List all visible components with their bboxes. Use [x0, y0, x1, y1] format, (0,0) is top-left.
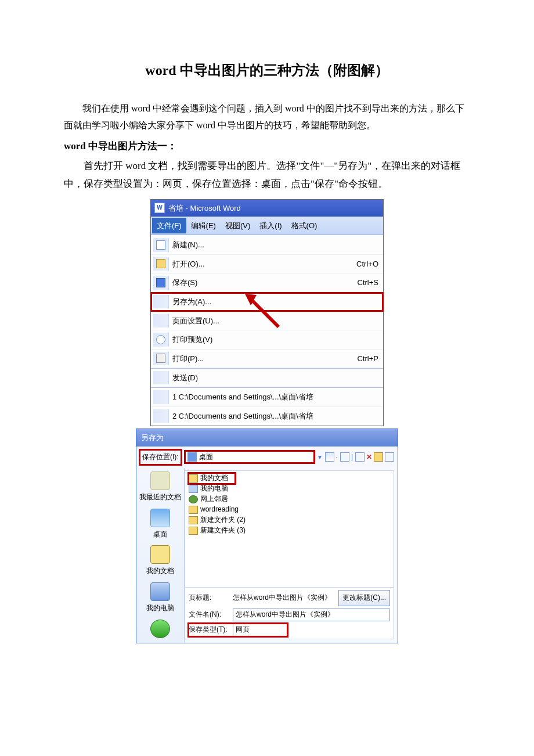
- menu-insert[interactable]: 插入(I): [255, 218, 286, 233]
- filetype-combobox[interactable]: 网页: [233, 624, 287, 636]
- places-bar: 我最近的文档 桌面 我的文档 我的电脑: [136, 468, 185, 642]
- menu-item-label: 保存(S): [172, 276, 358, 289]
- place-recent[interactable]: 我最近的文档: [139, 471, 181, 504]
- save-location-value: 桌面: [199, 451, 213, 464]
- window-titlebar: W 省培 - Microsoft Word: [151, 200, 383, 217]
- menu-view[interactable]: 视图(V): [221, 218, 255, 233]
- section-1-body: 首先打开 word 文档，找到需要导出的图片。选择"文件"—"另存为"，在弹出来…: [64, 157, 470, 193]
- printer-icon: [156, 354, 165, 363]
- file-list-item[interactable]: 我的文档: [189, 473, 235, 484]
- menu-item-send[interactable]: 发送(D): [151, 368, 383, 387]
- place-label: 桌面: [153, 528, 167, 541]
- folder-icon: [189, 516, 198, 524]
- menu-item-label: 打开(O)...: [172, 257, 356, 271]
- menu-file[interactable]: 文件(F): [152, 218, 186, 233]
- file-list-pane: 我的文档 我的电脑 网上邻居 wordreading: [185, 470, 394, 639]
- save-location-row: 保存位置(I): 桌面 ▾ · | ✕: [136, 447, 398, 469]
- section-1-heading: word 中导出图片方法一：: [64, 138, 470, 156]
- word-app-icon: W: [154, 203, 165, 213]
- new-folder-icon[interactable]: [374, 452, 383, 462]
- separator: |: [351, 451, 353, 464]
- shortcut-label: Ctrl+P: [358, 352, 378, 365]
- my-computer-icon: [150, 582, 170, 601]
- save-location-combobox[interactable]: 桌面: [185, 451, 315, 463]
- desktop-place-icon: [150, 509, 170, 527]
- window-title-text: 省培 - Microsoft Word: [168, 201, 241, 215]
- filename-value: 怎样从word中导出图片《实例》: [236, 609, 334, 621]
- file-list-item[interactable]: 新建文件夹 (3): [189, 525, 390, 536]
- menu-item-label: 打印预览(V): [172, 333, 378, 346]
- preview-lens-icon: [156, 335, 165, 344]
- change-title-button[interactable]: 更改标题(C)...: [338, 590, 390, 606]
- save-disk-icon: [156, 278, 165, 287]
- menu-item-label: 打印(P)...: [172, 352, 358, 365]
- folder-icon: [189, 527, 198, 535]
- place-documents[interactable]: 我的文档: [139, 545, 181, 578]
- menu-item-label: 另存为(A)...: [172, 295, 378, 308]
- place-desktop[interactable]: 桌面: [139, 509, 181, 541]
- filename-label: 文件名(N):: [189, 609, 229, 621]
- place-label: 我最近的文档: [139, 491, 181, 504]
- network-icon: [189, 495, 198, 503]
- article-title: word 中导出图片的三种方法（附图解）: [64, 58, 470, 83]
- recent-docs-icon: [150, 471, 170, 490]
- menu-item-recent-2[interactable]: 2 C:\Documents and Settings\...\桌面\省培: [151, 407, 383, 426]
- file-menu-dropdown: 新建(N)... 打开(O)... Ctrl+O 保存(S) Ctrl+S 另存…: [151, 235, 383, 426]
- network-places-icon: [150, 620, 170, 638]
- save-as-dialog-screenshot: 另存为 保存位置(I): 桌面 ▾ · | ✕: [136, 429, 398, 643]
- menu-item-label: 2 C:\Documents and Settings\...\桌面\省培: [172, 409, 378, 423]
- menu-item-print[interactable]: 打印(P)... Ctrl+P: [151, 350, 383, 368]
- menubar: 文件(F) 编辑(E) 视图(V) 插入(I) 格式(O): [151, 217, 383, 235]
- place-my-computer[interactable]: 我的电脑: [139, 582, 181, 615]
- desktop-icon: [187, 452, 197, 462]
- menu-edit[interactable]: 编辑(E): [186, 218, 221, 233]
- menu-item-open[interactable]: 打开(O)... Ctrl+O: [151, 255, 383, 273]
- word-file-menu-screenshot: W 省培 - Microsoft Word 文件(F) 编辑(E) 视图(V) …: [150, 199, 384, 427]
- search-icon[interactable]: [355, 452, 365, 462]
- back-icon[interactable]: [325, 452, 334, 462]
- menu-item-label: 1 C:\Documents and Settings\...\桌面\省培: [172, 390, 378, 404]
- dropdown-arrow-icon[interactable]: ▾: [318, 451, 322, 464]
- menu-item-recent-1[interactable]: 1 C:\Documents and Settings\...\桌面\省培: [151, 387, 383, 406]
- menu-item-save[interactable]: 保存(S) Ctrl+S: [151, 273, 383, 292]
- save-location-label: 保存位置(I):: [142, 453, 179, 461]
- menu-item-new[interactable]: 新建(N)...: [151, 236, 383, 254]
- open-folder-icon: [156, 259, 165, 268]
- menu-item-print-preview[interactable]: 打印预览(V): [151, 330, 383, 349]
- up-folder-icon[interactable]: [340, 452, 349, 462]
- views-icon[interactable]: [385, 452, 394, 462]
- menu-item-label: 发送(D): [172, 371, 378, 384]
- menu-format[interactable]: 格式(O): [287, 218, 322, 233]
- shortcut-label: Ctrl+S: [358, 276, 378, 289]
- place-label: 我的电脑: [146, 602, 174, 615]
- dialog-title: 另存为: [136, 429, 398, 446]
- separator: ·: [336, 451, 338, 464]
- shortcut-label: Ctrl+O: [356, 257, 378, 271]
- menu-item-save-as[interactable]: 另存为(A)...: [151, 293, 383, 311]
- menu-item-label: 页面设置(U)...: [172, 314, 378, 327]
- folder-icon: [189, 474, 198, 483]
- menu-item-page-setup[interactable]: 页面设置(U)...: [151, 311, 383, 330]
- article-intro: 我们在使用 word 中经常会遇到这个问题，插入到 word 中的图片找不到导出…: [64, 100, 470, 134]
- place-network[interactable]: [139, 620, 181, 639]
- filetype-label: 保存类型(T):: [189, 624, 229, 636]
- filename-input[interactable]: 怎样从word中导出图片《实例》: [233, 609, 390, 621]
- my-computer-icon: [189, 485, 198, 493]
- place-label: 我的文档: [146, 565, 174, 578]
- my-documents-icon: [150, 545, 170, 564]
- new-doc-icon: [156, 240, 165, 250]
- filetype-value: 网页: [236, 624, 250, 636]
- file-item-label: 新建文件夹 (3): [200, 524, 246, 537]
- page-title-label: 页标题:: [189, 592, 229, 604]
- dialog-fields: 页标题: 怎样从word中导出图片《实例》 更改标题(C)... 文件名(N):…: [185, 587, 394, 639]
- menu-item-label: 新建(N)...: [172, 238, 378, 251]
- file-item-label: 我的文档: [200, 472, 228, 485]
- page-title-value: 怎样从word中导出图片《实例》: [233, 592, 335, 604]
- folder-icon: [189, 506, 198, 514]
- delete-icon[interactable]: ✕: [366, 451, 372, 464]
- toolbar: · | ✕: [325, 451, 394, 464]
